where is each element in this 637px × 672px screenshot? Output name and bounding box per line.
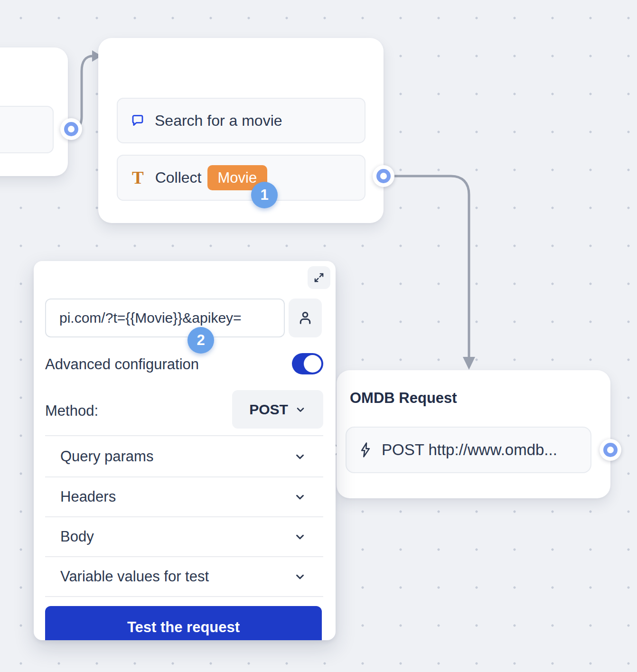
url-input[interactable] — [45, 299, 285, 337]
method-label: Method: — [45, 402, 98, 420]
block-search-message[interactable]: Search for a movie — [117, 98, 365, 143]
section-label: Variable values for test — [60, 568, 209, 585]
step-badge-2: 2 — [187, 327, 214, 354]
chat-bubble-icon — [130, 113, 145, 128]
block-label: POST http://www.omdb... — [382, 441, 557, 459]
method-value: POST — [249, 401, 288, 418]
block-webhook-request[interactable]: POST http://www.omdb... — [346, 427, 591, 473]
step-badge-1: 1 — [251, 182, 278, 208]
section-variable-values[interactable]: Variable values for test — [45, 556, 323, 596]
block-collect-input[interactable]: T Collect Movie — [117, 155, 365, 201]
expand-button[interactable] — [308, 266, 330, 289]
accordion-sections: Query params Headers Body Variable value… — [45, 435, 323, 597]
output-port[interactable] — [60, 118, 82, 140]
webhook-config-panel: 2 Advanced configuration Method: POST Qu… — [34, 261, 336, 640]
chevron-down-icon — [294, 491, 306, 503]
node-card-partial[interactable] — [0, 47, 68, 176]
flow-canvas[interactable]: Movie search Search for a movie T Collec… — [0, 0, 637, 672]
chevron-down-icon — [294, 570, 306, 583]
lightning-icon — [358, 442, 373, 458]
section-label: Query params — [60, 448, 153, 465]
section-headers[interactable]: Headers — [45, 476, 323, 516]
chevron-down-icon — [294, 450, 306, 463]
section-label: Headers — [60, 488, 116, 505]
block-label: Collect — [155, 169, 202, 187]
output-port[interactable] — [600, 439, 621, 461]
advanced-configuration-label: Advanced configuration — [45, 356, 199, 373]
output-port[interactable] — [373, 165, 394, 187]
connector-into-movie-search — [71, 56, 93, 129]
advanced-configuration-toggle[interactable] — [292, 353, 323, 374]
expand-icon — [313, 271, 325, 284]
person-icon — [297, 309, 314, 327]
test-request-button[interactable]: Test the request — [45, 606, 322, 640]
node-title: OMDB Request — [350, 389, 457, 407]
section-query-params[interactable]: Query params — [45, 435, 323, 476]
method-select[interactable]: POST — [232, 390, 323, 429]
insert-variable-button[interactable] — [289, 299, 322, 337]
block-label: Search for a movie — [155, 112, 282, 130]
section-body[interactable]: Body — [45, 516, 323, 556]
section-label: Body — [60, 528, 94, 545]
node-card-omdb-request[interactable]: OMDB Request POST http://www.omdb... — [337, 370, 610, 498]
chevron-down-icon — [295, 404, 306, 415]
toggle-knob — [304, 355, 321, 373]
arrowhead-down-icon — [463, 357, 475, 370]
connector-movie-to-omdb — [388, 176, 469, 358]
node-block-partial[interactable] — [0, 106, 54, 153]
node-card-movie-search[interactable]: Movie search Search for a movie T Collec… — [98, 38, 384, 223]
chevron-down-icon — [294, 531, 306, 543]
text-variable-icon: T — [132, 169, 144, 187]
